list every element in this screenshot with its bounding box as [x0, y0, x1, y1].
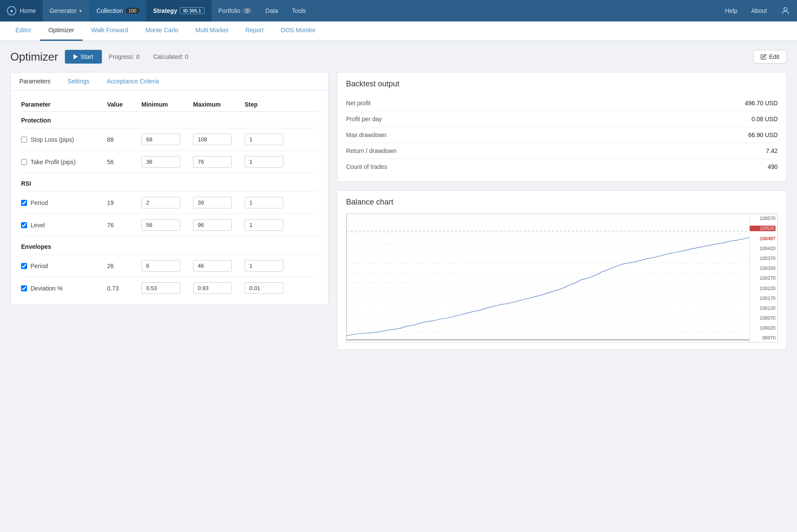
env-period-checkbox[interactable]	[21, 263, 27, 269]
nav-tools-label: Tools	[292, 7, 306, 14]
take-profit-max-input[interactable]	[193, 156, 232, 168]
tab-optimizer[interactable]: Optimizer	[40, 21, 83, 41]
nav-collection-label: Collection	[96, 7, 123, 14]
start-button-label: Start	[80, 53, 93, 60]
nav-strategy[interactable]: Strategy ID 395.1	[146, 0, 212, 21]
params-tab-parameters[interactable]: Parameters	[11, 73, 59, 91]
params-tab-bar: Parameters Settings Acceptance Criteria	[11, 73, 328, 91]
tab-multi-market[interactable]: Multi Market	[187, 21, 237, 41]
stop-loss-checkbox[interactable]	[21, 137, 27, 143]
tab-walk-forward[interactable]: Walk Forward	[83, 21, 137, 41]
nav-data[interactable]: Data	[258, 0, 285, 21]
stop-loss-max-input[interactable]	[193, 134, 232, 145]
rsi-period-max-input[interactable]	[193, 197, 232, 208]
tab-report[interactable]: Report	[237, 21, 272, 41]
stat-row-net-profit: Net profit 496.70 USD	[346, 95, 778, 111]
section-protection: Protection	[21, 112, 318, 126]
nav-generator[interactable]: Generator ▼	[43, 0, 89, 21]
tab-editor-label: Editor	[15, 27, 31, 34]
table-header: Parameter Value Minimum Maximum Step	[21, 98, 318, 112]
take-profit-min-input[interactable]	[141, 156, 180, 168]
chart-section: Balance chart 100570 100520 100497 10042…	[337, 190, 787, 350]
tab-oos-monitor-label: OOS Monitor	[281, 27, 316, 34]
stat-row-return-drawdown: Return / drawdown 7.42	[346, 143, 778, 159]
deviation-min-input[interactable]	[141, 282, 180, 294]
y-label-11: 100070	[750, 315, 776, 321]
params-tab-acceptance-label: Acceptance Criteria	[107, 78, 159, 85]
section-envelopes: Envelopes	[21, 238, 318, 253]
rsi-level-min-input[interactable]	[141, 219, 180, 231]
generator-arrow-icon: ▼	[78, 9, 83, 13]
nav-tools[interactable]: Tools	[285, 0, 313, 21]
edit-button[interactable]: Edit	[753, 50, 787, 64]
balance-chart-svg	[346, 214, 749, 342]
nav-collection[interactable]: Collection 100	[89, 0, 146, 21]
backtest-section: Backtest output Net profit 496.70 USD Pr…	[337, 72, 787, 182]
stop-loss-step-input[interactable]	[245, 134, 283, 145]
y-label-10: 100120	[750, 306, 776, 311]
table-row: Take Profit (pips) 56	[21, 153, 318, 171]
params-tab-parameters-label: Parameters	[19, 78, 50, 85]
nav-about-label: About	[751, 7, 767, 14]
y-label-8: 100220	[750, 286, 776, 291]
nav-data-label: Data	[265, 7, 278, 14]
rsi-level-max-input[interactable]	[193, 219, 232, 231]
tab-oos-monitor[interactable]: OOS Monitor	[272, 21, 325, 41]
col-step: Step	[245, 101, 288, 108]
nav-portfolio[interactable]: Portfolio 0	[212, 0, 258, 21]
top-nav: ● Home Generator ▼ Collection 100 Strate…	[0, 0, 797, 21]
tab-walk-forward-label: Walk Forward	[91, 27, 128, 34]
edit-button-label: Edit	[769, 53, 779, 60]
rsi-period-checkbox[interactable]	[21, 200, 27, 206]
tab-monte-carlo-label: Monte Carlo	[145, 27, 178, 34]
row-deviation-label: Deviation %	[21, 285, 107, 292]
env-period-min-input[interactable]	[141, 260, 180, 272]
deviation-checkbox[interactable]	[21, 285, 27, 291]
chart-y-labels: 100570 100520 100497 100420 100370 10032…	[749, 214, 777, 342]
tab-optimizer-label: Optimizer	[49, 27, 74, 34]
stat-row-count-trades: Count of trades 490	[346, 159, 778, 174]
env-period-max-input[interactable]	[193, 260, 232, 272]
rsi-level-checkbox[interactable]	[21, 222, 27, 228]
row-rsi-level-label: Level	[21, 222, 107, 229]
left-panel: Parameters Settings Acceptance Criteria …	[10, 72, 328, 305]
col-maximum: Maximum	[193, 101, 245, 108]
rsi-period-min-input[interactable]	[141, 197, 180, 208]
params-tab-acceptance[interactable]: Acceptance Criteria	[98, 73, 168, 91]
y-label-9: 100170	[750, 296, 776, 301]
table-row: Level 76	[21, 216, 318, 234]
start-button[interactable]: Start	[65, 50, 102, 64]
nav-generator-label: Generator	[49, 7, 77, 14]
y-label-4: 100420	[750, 246, 776, 251]
tab-multi-market-label: Multi Market	[196, 27, 228, 34]
y-label-6: 100320	[750, 266, 776, 271]
deviation-step-input[interactable]	[245, 282, 283, 294]
tab-editor[interactable]: Editor	[7, 21, 40, 41]
nav-about[interactable]: About	[744, 0, 774, 21]
nav-home-label: Home	[20, 7, 36, 14]
col-minimum: Minimum	[141, 101, 193, 108]
stop-loss-min-input[interactable]	[141, 134, 180, 145]
chart-svg-area	[346, 214, 749, 342]
take-profit-step-input[interactable]	[245, 156, 283, 168]
row-env-period-label: Period	[21, 263, 107, 269]
sub-nav: Editor Optimizer Walk Forward Monte Carl…	[0, 21, 797, 41]
svg-point-0	[784, 8, 787, 11]
tab-monte-carlo[interactable]: Monte Carlo	[137, 21, 187, 41]
take-profit-checkbox[interactable]	[21, 159, 27, 165]
section-rsi: RSI	[21, 175, 318, 190]
rsi-period-step-input[interactable]	[245, 197, 283, 208]
params-tab-settings-label: Settings	[67, 78, 89, 85]
chart-title: Balance chart	[346, 198, 778, 207]
deviation-max-input[interactable]	[193, 282, 232, 294]
row-take-profit-label: Take Profit (pips)	[21, 159, 107, 165]
progress-label: Progress: 0	[109, 53, 140, 60]
nav-home[interactable]: ● Home	[0, 0, 43, 21]
params-tab-settings[interactable]: Settings	[59, 73, 98, 91]
rsi-level-step-input[interactable]	[245, 219, 283, 231]
nav-user-icon[interactable]	[774, 0, 797, 21]
env-period-step-input[interactable]	[245, 260, 283, 272]
nav-help[interactable]: Help	[718, 0, 745, 21]
col-parameter: Parameter	[21, 101, 107, 108]
params-table: Parameter Value Minimum Maximum Step Pro…	[11, 91, 328, 304]
